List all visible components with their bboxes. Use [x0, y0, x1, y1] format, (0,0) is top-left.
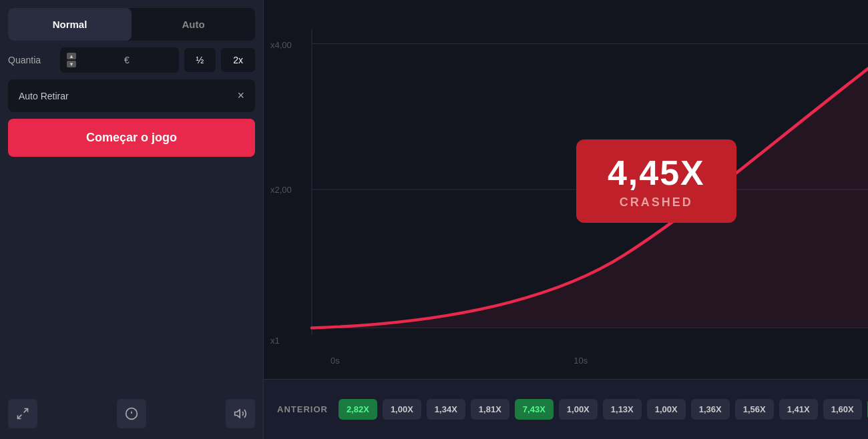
volume-icon: [234, 407, 247, 420]
expand-icon: [16, 407, 29, 420]
left-panel: Normal Auto Quantia ▲ ▼ € ½ 2x Auto Reti…: [0, 0, 264, 439]
auto-retirar-label: Auto Retirar: [19, 91, 69, 101]
history-badge-4[interactable]: 7,43X: [515, 399, 554, 420]
crash-multiplier: 4,45X: [603, 153, 710, 193]
mode-toggle: Normal Auto: [8, 8, 255, 41]
amount-down-btn[interactable]: ▼: [67, 61, 76, 67]
history-badge-6[interactable]: 1,13X: [603, 399, 642, 420]
start-game-button[interactable]: Começar o jogo: [8, 119, 255, 157]
chart-area: x4,00 x2,00 x1 0s 10s 20s: [264, 0, 868, 439]
history-badge-11[interactable]: 1,60X: [823, 399, 862, 420]
crash-chart: [264, 0, 868, 379]
normal-mode-btn[interactable]: Normal: [8, 8, 132, 41]
y-label-4: x4,00: [270, 40, 292, 50]
left-bottom-icons: [8, 396, 255, 431]
svg-marker-5: [235, 410, 240, 418]
info-icon: [125, 407, 138, 420]
amount-arrows: ▲ ▼: [67, 53, 76, 67]
history-badge-1[interactable]: 1,00X: [383, 399, 421, 420]
auto-mode-btn[interactable]: Auto: [132, 8, 255, 41]
auto-retirar-close-btn[interactable]: ×: [237, 89, 244, 103]
y-label-2: x2,00: [270, 185, 292, 195]
history-badge-7[interactable]: 1,00X: [647, 399, 686, 420]
history-badge-2[interactable]: 1,34X: [427, 399, 465, 420]
amount-up-btn[interactable]: ▲: [67, 53, 76, 59]
history-badge-3[interactable]: 1,81X: [471, 399, 509, 420]
svg-line-1: [18, 415, 22, 419]
volume-button[interactable]: [226, 399, 255, 428]
x-label-10s: 10s: [574, 356, 588, 366]
amount-row: Quantia ▲ ▼ € ½ 2x: [8, 47, 255, 73]
amount-input[interactable]: [80, 55, 120, 66]
amount-label: Quantia: [8, 55, 55, 65]
history-badges: 2,82X1,00X1,34X1,81X7,43X1,00X1,13X1,00X…: [339, 399, 868, 420]
currency-symbol: €: [124, 55, 130, 65]
svg-line-0: [24, 409, 28, 413]
chart-container: x4,00 x2,00 x1 0s 10s 20s: [264, 0, 868, 379]
y-label-1: x1: [270, 336, 280, 346]
history-badge-9[interactable]: 1,56X: [735, 399, 774, 420]
anterior-label: ANTERIOR: [277, 404, 328, 414]
double-btn[interactable]: 2x: [221, 48, 255, 72]
expand-button[interactable]: [8, 399, 37, 428]
crash-box: 4,45X CRASHED: [576, 139, 736, 223]
history-badge-5[interactable]: 1,00X: [559, 399, 598, 420]
amount-input-wrap: ▲ ▼ €: [60, 47, 179, 73]
half-btn[interactable]: ½: [184, 48, 216, 72]
history-badge-8[interactable]: 1,36X: [691, 399, 730, 420]
bottom-strip: ANTERIOR 2,82X1,00X1,34X1,81X7,43X1,00X1…: [264, 379, 868, 439]
history-badge-0[interactable]: 2,82X: [339, 399, 377, 420]
crash-label: CRASHED: [603, 195, 710, 209]
info-button[interactable]: [117, 399, 146, 428]
history-badge-10[interactable]: 1,41X: [779, 399, 818, 420]
auto-retirar-row: Auto Retirar ×: [8, 79, 255, 112]
x-label-0s: 0s: [331, 356, 340, 366]
